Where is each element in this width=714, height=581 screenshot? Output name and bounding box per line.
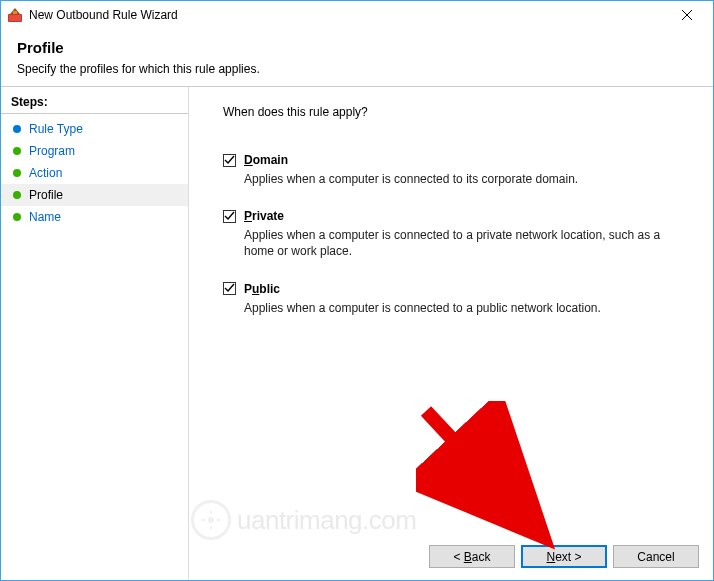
page-subtitle: Specify the profiles for which this rule… bbox=[17, 62, 697, 76]
option-desc: Applies when a computer is connected to … bbox=[244, 227, 684, 259]
option-label: Private bbox=[244, 209, 284, 223]
step-bullet-icon bbox=[13, 147, 21, 155]
titlebar: New Outbound Rule Wizard bbox=[1, 1, 713, 29]
main-pane: When does this rule apply? Domain Applie… bbox=[189, 87, 713, 580]
step-bullet-icon bbox=[13, 191, 21, 199]
option-private: Private Applies when a computer is conne… bbox=[223, 209, 691, 259]
checkbox-public[interactable] bbox=[223, 282, 236, 295]
step-action[interactable]: Action bbox=[1, 162, 188, 184]
option-public: Public Applies when a computer is connec… bbox=[223, 282, 691, 316]
checkmark-icon bbox=[224, 211, 235, 222]
step-link[interactable]: Rule Type bbox=[29, 122, 83, 136]
option-label: Public bbox=[244, 282, 280, 296]
wizard-body: Steps: Rule Type Program Action Profile … bbox=[1, 86, 713, 580]
question-text: When does this rule apply? bbox=[223, 105, 691, 119]
close-icon bbox=[682, 10, 692, 20]
next-button[interactable]: Next > bbox=[521, 545, 607, 568]
step-link[interactable]: Program bbox=[29, 144, 75, 158]
page-title: Profile bbox=[17, 39, 697, 56]
checkbox-private[interactable] bbox=[223, 210, 236, 223]
app-icon bbox=[7, 7, 23, 23]
checkmark-icon bbox=[224, 155, 235, 166]
svg-rect-1 bbox=[9, 15, 21, 21]
step-bullet-icon bbox=[13, 125, 21, 133]
step-link[interactable]: Action bbox=[29, 166, 62, 180]
step-bullet-icon bbox=[13, 213, 21, 221]
steps-heading: Steps: bbox=[1, 93, 188, 114]
step-profile[interactable]: Profile bbox=[1, 184, 188, 206]
step-bullet-icon bbox=[13, 169, 21, 177]
step-name[interactable]: Name bbox=[1, 206, 188, 228]
button-row: < Back Next > Cancel bbox=[429, 545, 699, 568]
step-label: Profile bbox=[29, 188, 63, 202]
checkbox-domain[interactable] bbox=[223, 154, 236, 167]
svg-rect-2 bbox=[13, 11, 17, 14]
option-label: Domain bbox=[244, 153, 288, 167]
cancel-button[interactable]: Cancel bbox=[613, 545, 699, 568]
back-button[interactable]: < Back bbox=[429, 545, 515, 568]
step-rule-type[interactable]: Rule Type bbox=[1, 118, 188, 140]
checkmark-icon bbox=[224, 283, 235, 294]
wizard-window: New Outbound Rule Wizard Profile Specify… bbox=[0, 0, 714, 581]
option-desc: Applies when a computer is connected to … bbox=[244, 171, 684, 187]
steps-sidebar: Steps: Rule Type Program Action Profile … bbox=[1, 87, 189, 580]
step-link[interactable]: Name bbox=[29, 210, 61, 224]
window-title: New Outbound Rule Wizard bbox=[29, 8, 667, 22]
option-desc: Applies when a computer is connected to … bbox=[244, 300, 684, 316]
close-button[interactable] bbox=[667, 2, 707, 28]
wizard-header: Profile Specify the profiles for which t… bbox=[1, 29, 713, 86]
option-domain: Domain Applies when a computer is connec… bbox=[223, 153, 691, 187]
step-program[interactable]: Program bbox=[1, 140, 188, 162]
